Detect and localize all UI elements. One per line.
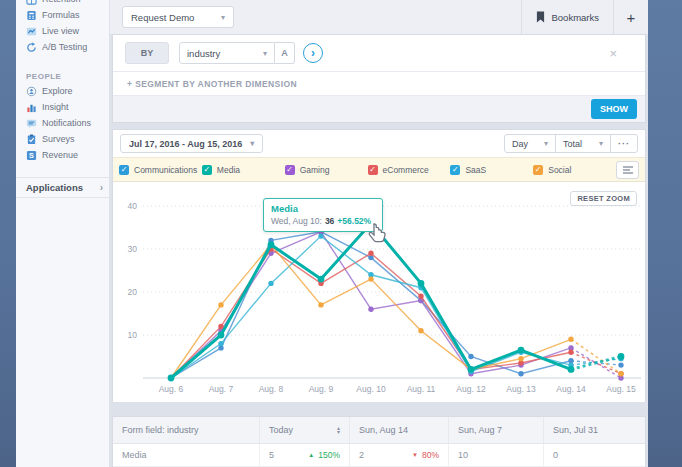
legend-item-media[interactable]: ✓ Media [202, 165, 285, 175]
surveys-icon [26, 134, 37, 145]
arrow-up-icon: ▲ [308, 452, 314, 458]
show-button[interactable]: SHOW [591, 99, 637, 119]
col-header-aug7[interactable]: Sun, Aug 7 [449, 417, 544, 443]
sidebar-item-insight[interactable]: Insight [26, 99, 109, 115]
sidebar-item-applications[interactable]: Applications › [16, 177, 109, 198]
legend-item-saas[interactable]: ✓ SaaS [450, 165, 533, 175]
delta-up: ▲ 150% [308, 450, 340, 460]
checkbox-checked-icon[interactable]: ✓ [450, 165, 460, 175]
tooltip-series-name: Media [271, 203, 375, 214]
chart-options: Day ▾ Total ▾ ··· [505, 134, 638, 153]
svg-text:Aug. 8: Aug. 8 [259, 384, 284, 394]
expand-segment-button[interactable]: › [303, 43, 323, 63]
chart-legend: ✓ Communications ✓ Media ✓ Gaming ✓ eCom… [113, 157, 645, 182]
explore-icon [26, 86, 37, 97]
typecast-button[interactable]: A [275, 42, 295, 64]
sidebar-item-label: Formulas [42, 10, 80, 20]
legend-label: eCommerce [383, 165, 429, 175]
granularity-dropdown[interactable]: Day ▾ [504, 134, 556, 153]
breakdown-table: Form field: industry Today ▴▾ Sun, Aug 1… [112, 416, 646, 467]
more-options-button[interactable]: ··· [610, 134, 638, 153]
date-range-dropdown[interactable]: Jul 17, 2016 - Aug 15, 2016 ▾ [120, 134, 263, 153]
sidebar-item-label: Notifications [42, 118, 91, 128]
revenue-icon: S [26, 150, 37, 161]
svg-text:Aug. 9: Aug. 9 [309, 384, 334, 394]
sidebar-item-formulas[interactable]: Formulas [26, 7, 109, 23]
aggregation-label: Total [563, 139, 582, 149]
svg-text:10: 10 [128, 330, 138, 340]
legend-label: SaaS [465, 165, 486, 175]
svg-text:Aug. 14: Aug. 14 [556, 384, 586, 394]
close-icon[interactable]: × [609, 46, 617, 61]
svg-text:Aug. 11: Aug. 11 [407, 384, 436, 394]
checkbox-checked-icon[interactable]: ✓ [285, 165, 295, 175]
checkbox-checked-icon[interactable]: ✓ [533, 165, 543, 175]
reset-zoom-button[interactable]: RESET ZOOM [570, 191, 637, 206]
chart-tooltip: Media Wed, Aug 10: 36 +56.52% [263, 198, 383, 232]
bookmark-icon [536, 11, 545, 23]
table-row[interactable]: Media 5 ▲ 150% 2 ▼ 80% 10 0 [113, 444, 645, 467]
app-window: Retention Formulas Live view A/B Testing… [16, 0, 648, 467]
legend-label: Gaming [300, 165, 330, 175]
dimension-control: industry ▾ A [179, 42, 295, 64]
sidebar-item-label: Revenue [42, 150, 78, 160]
segment-by-another-dimension-link[interactable]: + SEGMENT BY ANOTHER DIMENSION [113, 71, 645, 95]
sidebar-item-ab-testing[interactable]: A/B Testing [26, 39, 109, 55]
sort-icon[interactable]: ▴▾ [337, 426, 340, 435]
formulas-icon [26, 10, 37, 21]
svg-text:Aug. 13: Aug. 13 [506, 384, 536, 394]
tooltip-date: Wed, Aug 10: [271, 216, 322, 226]
legend-item-gaming[interactable]: ✓ Gaming [285, 165, 368, 175]
legend-list-button[interactable] [616, 161, 639, 179]
chevron-down-icon: ▾ [544, 139, 548, 148]
sidebar-item-surveys[interactable]: Surveys [26, 131, 109, 147]
aggregation-dropdown[interactable]: Total ▾ [555, 134, 611, 153]
sidebar-item-label: Retention [42, 0, 81, 4]
live-view-icon [26, 26, 37, 37]
legend-label: Media [217, 165, 240, 175]
chart-toolbar: Jul 17, 2016 - Aug 15, 2016 ▾ Day ▾ Tota… [113, 130, 645, 157]
col-header-jul31[interactable]: Sun, Jul 31 [544, 417, 645, 443]
svg-text:Aug. 10: Aug. 10 [356, 384, 386, 394]
report-selector-dropdown[interactable]: Request Demo ▾ [122, 6, 234, 28]
chevron-down-icon: ▾ [221, 13, 225, 22]
segment-row: BY industry ▾ A › × [113, 35, 645, 71]
retention-icon [26, 0, 37, 5]
svg-text:30: 30 [128, 244, 138, 254]
svg-text:20: 20 [128, 287, 138, 297]
checkbox-checked-icon[interactable]: ✓ [119, 165, 129, 175]
insight-icon [26, 102, 37, 113]
sidebar: Retention Formulas Live view A/B Testing… [16, 0, 110, 467]
chevron-right-icon: › [100, 182, 103, 193]
delta-down: ▼ 80% [412, 450, 439, 460]
checkbox-checked-icon[interactable]: ✓ [368, 165, 378, 175]
sidebar-item-live-view[interactable]: Live view [26, 23, 109, 39]
sidebar-item-label: Surveys [42, 134, 75, 144]
sidebar-item-revenue[interactable]: S Revenue [26, 147, 109, 163]
row-label: Media [113, 444, 260, 466]
sidebar-item-explore[interactable]: Explore [26, 83, 109, 99]
add-report-button[interactable]: + [614, 0, 648, 34]
sidebar-item-label: Live view [42, 26, 79, 36]
hand-cursor-icon [366, 222, 388, 246]
col-header-dimension[interactable]: Form field: industry [113, 417, 260, 443]
bookmarks-button[interactable]: Bookmarks [521, 0, 614, 34]
legend-label: Communications [134, 165, 197, 175]
granularity-label: Day [512, 139, 528, 149]
svg-text:40: 40 [128, 201, 138, 211]
top-bar: Request Demo ▾ Bookmarks + [110, 0, 648, 34]
cell-aug7: 10 [449, 444, 544, 466]
col-header-today[interactable]: Today ▴▾ [260, 417, 350, 443]
line-chart[interactable]: 10203040Aug. 6Aug. 7Aug. 8Aug. 9Aug. 10A… [113, 182, 645, 402]
legend-item-communications[interactable]: ✓ Communications [119, 165, 202, 175]
checkbox-checked-icon[interactable]: ✓ [202, 165, 212, 175]
col-header-aug14[interactable]: Sun, Aug 14 [350, 417, 449, 443]
main-content: Request Demo ▾ Bookmarks + BY industry ▾ [110, 0, 648, 467]
dimension-dropdown[interactable]: industry ▾ [179, 42, 275, 64]
sidebar-item-notifications[interactable]: Notifications [26, 115, 109, 131]
svg-text:Aug. 12: Aug. 12 [456, 384, 486, 394]
legend-item-ecommerce[interactable]: ✓ eCommerce [368, 165, 451, 175]
sidebar-item-label: Explore [42, 86, 73, 96]
sidebar-item-retention[interactable]: Retention [26, 0, 109, 7]
legend-item-social[interactable]: ✓ Social [533, 165, 616, 175]
